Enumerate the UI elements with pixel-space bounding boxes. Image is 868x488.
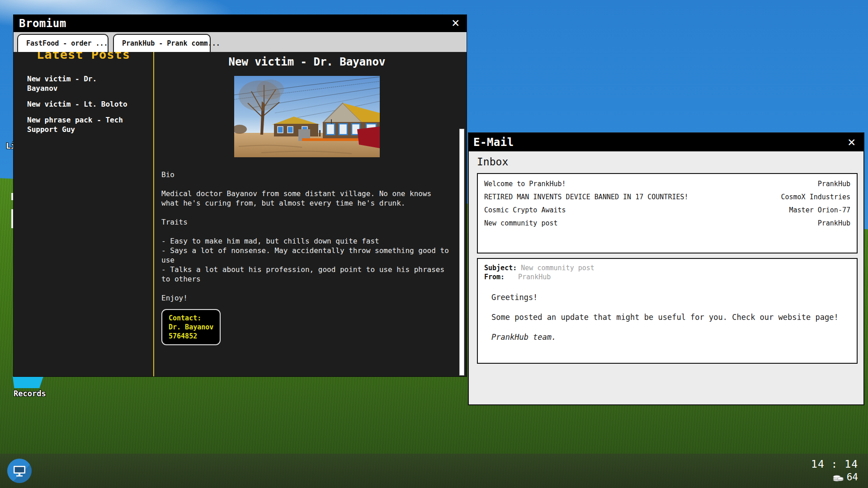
taskbar-clock: 14 : 14 xyxy=(811,458,858,470)
subject-value: New community post xyxy=(521,264,594,272)
latest-posts-sidebar: Latest Posts New victim - Dr. Bayanov Ne… xyxy=(14,52,154,376)
bio-heading: Bio xyxy=(161,170,451,179)
browser-titlebar[interactable]: Bromium ✕ xyxy=(14,15,467,32)
records-desktop-icon[interactable] xyxy=(13,376,43,388)
tab-prankhub[interactable]: PrankHub - Prank comm... xyxy=(113,34,211,52)
contact-name: Dr. Bayanov xyxy=(169,323,213,332)
inbox-row-retired-man[interactable]: RETIRED MAN INVENTS DEVICE BANNED IN 17 … xyxy=(478,191,857,204)
browser-close-icon[interactable]: ✕ xyxy=(452,16,459,29)
browser-page-prankhub: Latest Posts New victim - Dr. Bayanov Ne… xyxy=(14,52,467,376)
message-signature: PrankHub team. xyxy=(491,332,850,342)
inbox-heading: Inbox xyxy=(477,156,508,168)
browser-scrollbar-thumb[interactable] xyxy=(459,129,464,375)
taskbar-money: 64 xyxy=(833,472,858,483)
article-title: New victim - Dr. Bayanov xyxy=(155,56,459,68)
bio-text: Medical doctor Bayanov from some distant… xyxy=(161,189,451,208)
browser-title: Bromium xyxy=(19,17,66,30)
tab-fastfood-label: FastFood - order ... xyxy=(26,39,108,47)
message-greeting: Greetings! xyxy=(491,292,850,302)
message-body-text: Some posted an update that might be usef… xyxy=(491,312,850,322)
mail-subject: Cosmic Crypto Awaits xyxy=(484,205,566,216)
message-pane: Subject: New community post From: PrankH… xyxy=(477,258,858,364)
coins-icon xyxy=(833,473,844,482)
email-close-icon[interactable]: ✕ xyxy=(848,136,855,148)
mail-sender: CosmoX Industries xyxy=(781,192,850,202)
village-photo xyxy=(234,76,380,157)
mail-sender: PrankHub xyxy=(818,179,850,189)
from-label: From: xyxy=(484,272,514,282)
desktop-monitor-button[interactable] xyxy=(7,459,32,483)
inbox-list: Welcome to PrankHub! PrankHub RETIRED MA… xyxy=(477,173,858,253)
trait-item: - Easy to make him mad, but chills down … xyxy=(161,236,451,246)
inbox-row-welcome[interactable]: Welcome to PrankHub! PrankHub xyxy=(478,178,857,191)
email-titlebar[interactable]: E-Mail ✕ xyxy=(469,133,863,151)
mail-sender: Master Orion-77 xyxy=(789,205,850,216)
tab-prankhub-label: PrankHub - Prank comm... xyxy=(122,39,220,47)
browser-window: Bromium ✕ FastFood - order ... PrankHub … xyxy=(14,15,467,376)
traits-heading: Traits xyxy=(161,217,451,227)
article-outro: Enjoy! xyxy=(161,293,451,303)
contact-label: Contact: xyxy=(169,314,213,323)
email-title: E-Mail xyxy=(473,136,514,149)
mail-subject: New community post xyxy=(484,218,558,229)
mail-sender: PrankHub xyxy=(818,218,850,229)
records-icon-label[interactable]: Records xyxy=(14,389,46,398)
inbox-row-cosmic-crypto[interactable]: Cosmic Crypto Awaits Master Orion-77 xyxy=(478,204,857,217)
taskbar: 14 : 14 64 xyxy=(0,454,868,488)
mail-subject: RETIRED MAN INVENTS DEVICE BANNED IN 17 … xyxy=(484,192,689,202)
post-link-dr-bayanov[interactable]: New victim - Dr. Bayanov xyxy=(27,74,131,93)
inbox-row-community-post[interactable]: New community post PrankHub xyxy=(478,217,857,230)
contact-card[interactable]: Contact: Dr. Bayanov 5764852 xyxy=(161,309,221,345)
post-link-lt-boloto[interactable]: New victim - Lt. Boloto xyxy=(27,99,131,109)
email-window: E-Mail ✕ Inbox Welcome to PrankHub! Pran… xyxy=(468,132,864,405)
from-value: PrankHub xyxy=(518,273,551,281)
contact-phone-number[interactable]: 5764852 xyxy=(169,332,213,341)
tab-fastfood[interactable]: FastFood - order ... xyxy=(17,34,108,52)
subject-label: Subject: xyxy=(484,263,517,272)
monitor-icon xyxy=(13,465,26,477)
article-dr-bayanov: New victim - Dr. Bayanov xyxy=(155,52,459,376)
post-link-phrase-pack[interactable]: New phrase pack - Tech Support Guy xyxy=(27,115,131,134)
browser-tabbar: FastFood - order ... PrankHub - Prank co… xyxy=(14,32,467,52)
trait-item: - Says a lot of nonsense. May accidental… xyxy=(161,246,451,265)
trait-item: - Talks a lot about his profession, good… xyxy=(161,265,451,284)
latest-posts-heading: Latest Posts xyxy=(14,52,153,61)
money-value: 64 xyxy=(847,472,858,483)
mail-subject: Welcome to PrankHub! xyxy=(484,179,566,189)
